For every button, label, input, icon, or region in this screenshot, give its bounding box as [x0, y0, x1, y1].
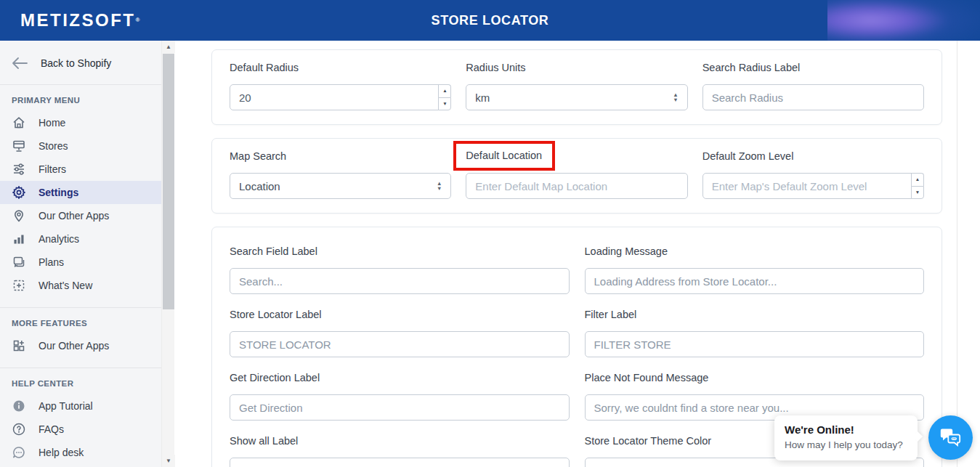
- sidebar: Back to Shopify PRIMARY MENU Home Stores…: [0, 41, 161, 467]
- loading-message-field: Loading Message: [585, 245, 925, 294]
- sidebar-item-label: Settings: [39, 187, 78, 198]
- sidebar-item-label: Help desk: [39, 447, 84, 458]
- scroll-down-arrow-icon[interactable]: ▼: [162, 455, 175, 467]
- place-not-found-label: Place Not Found Message: [585, 372, 709, 383]
- plans-icon: [12, 255, 26, 269]
- sidebar-item-label: Filters: [39, 163, 66, 175]
- default-radius-input[interactable]: [230, 84, 439, 110]
- sidebar-item-label: FAQs: [39, 423, 64, 435]
- decrement-button[interactable]: ▼: [438, 97, 451, 111]
- back-arrow-icon: [12, 57, 28, 69]
- radius-settings-card: Default Radius ▲ ▼ Radius Units km ▲▼ Se…: [211, 49, 942, 125]
- search-field-input[interactable]: [230, 268, 570, 294]
- red-highlight-annotation: Default Location: [453, 141, 555, 171]
- sidebar-item-stores[interactable]: Stores: [0, 134, 161, 158]
- default-radius-field: Default Radius ▲ ▼: [230, 61, 451, 110]
- info-icon: [12, 399, 26, 413]
- store-locator-label-input[interactable]: [230, 331, 570, 357]
- sidebar-item-our-other-apps[interactable]: Our Other Apps: [0, 334, 161, 357]
- search-radius-label-field: Search Radius Label: [702, 61, 924, 110]
- sidebar-item-analytics[interactable]: Analytics: [0, 227, 161, 251]
- whats-new-icon: [12, 278, 26, 293]
- blurred-content: [827, 0, 980, 41]
- sidebar-item-settings[interactable]: Settings: [0, 181, 161, 204]
- chat-status-message: How may I help you today?: [785, 439, 907, 450]
- live-chat-button[interactable]: [928, 415, 973, 460]
- map-search-field: Map Search Location ▲▼: [230, 150, 451, 199]
- content-edge-divider: [957, 41, 957, 467]
- sidebar-item-plans[interactable]: What's New Plans: [0, 251, 161, 274]
- sidebar-item-app-tutorial[interactable]: App Tutorial: [0, 394, 161, 418]
- main-content: Default Radius ▲ ▼ Radius Units km ▲▼ Se…: [174, 41, 980, 467]
- default-location-input[interactable]: [466, 173, 687, 199]
- bar-chart-icon: [12, 232, 26, 246]
- sidebar-item-faqs[interactable]: FAQs: [0, 418, 161, 441]
- sidebar-item-whats-new[interactable]: What's New: [0, 274, 161, 297]
- increment-button[interactable]: ▲: [911, 173, 924, 186]
- help-center-heading: HELP CENTER: [0, 368, 161, 394]
- more-features-heading: MORE FEATURES: [0, 308, 161, 334]
- map-pin-icon: [12, 208, 26, 223]
- loading-message-input[interactable]: [585, 268, 925, 294]
- sidebar-item-map-provider[interactable]: Our Other Apps: [0, 204, 161, 227]
- back-to-shopify-link[interactable]: Back to Shopify: [0, 41, 161, 84]
- helpdesk-chat-icon: [12, 445, 26, 460]
- gear-icon: [12, 185, 26, 200]
- show-all-input[interactable]: [230, 458, 570, 467]
- default-location-label: Default Location: [466, 150, 542, 161]
- radius-units-label: Radius Units: [466, 62, 525, 73]
- radius-units-field: Radius Units km ▲▼: [466, 61, 687, 110]
- show-all-label: Show all Label: [230, 435, 298, 447]
- theme-color-label: Store Locator Theme Color: [585, 435, 712, 447]
- storefront-icon: [12, 139, 26, 153]
- header-account-redacted-button[interactable]: [827, 0, 980, 41]
- radius-units-value: km: [475, 92, 490, 104]
- sidebar-item-label: Our Other Apps: [39, 210, 109, 222]
- sidebar-item-label: What's New: [39, 280, 92, 291]
- search-field-label-field: Search Field Label: [230, 245, 570, 294]
- default-zoom-label: Default Zoom Level: [702, 150, 794, 162]
- default-zoom-input[interactable]: [702, 173, 912, 199]
- search-field-label: Search Field Label: [230, 245, 317, 257]
- back-to-shopify-label: Back to Shopify: [41, 57, 111, 69]
- chat-bubbles-icon: [939, 427, 963, 449]
- map-settings-card: Map Search Location ▲▼ Default Location …: [211, 138, 942, 214]
- select-caret-icon: ▲▼: [437, 182, 442, 191]
- get-direction-input[interactable]: [230, 394, 570, 421]
- loading-message-label: Loading Message: [585, 245, 668, 257]
- show-all-label-field: Show all Label: [230, 434, 570, 467]
- default-radius-label: Default Radius: [230, 62, 299, 73]
- select-caret-icon: ▲▼: [673, 93, 678, 102]
- filter-label-field: Filter Label: [585, 308, 925, 357]
- radius-units-select[interactable]: km ▲▼: [466, 84, 687, 110]
- default-location-field: Default Location: [466, 150, 687, 199]
- sidebar-item-home[interactable]: Home: [0, 111, 161, 134]
- search-radius-label-input[interactable]: [702, 84, 924, 110]
- search-radius-label-label: Search Radius Label: [702, 62, 801, 73]
- sidebar-item-help-desk[interactable]: Help desk: [0, 441, 161, 464]
- get-direction-label: Get Direction Label: [230, 372, 320, 383]
- primary-menu-heading: PRIMARY MENU: [0, 85, 161, 111]
- sidebar-item-label: Our Other Apps: [39, 340, 109, 352]
- chat-status-tooltip: We're Online! How may I help you today?: [774, 415, 918, 460]
- default-zoom-field: Default Zoom Level ▲ ▼: [702, 150, 924, 199]
- map-search-select[interactable]: Location ▲▼: [230, 173, 451, 199]
- get-direction-label-field: Get Direction Label: [230, 371, 570, 421]
- map-search-value: Location: [239, 180, 280, 192]
- chat-status-title: We're Online!: [785, 423, 907, 436]
- scroll-up-arrow-icon[interactable]: ▲: [162, 41, 175, 53]
- map-search-label: Map Search: [230, 150, 286, 162]
- filter-label: Filter Label: [585, 309, 637, 320]
- filter-label-input[interactable]: [585, 331, 925, 357]
- store-locator-label-field: Store Locator Label: [230, 308, 570, 357]
- question-icon: [12, 422, 26, 436]
- app-header: METIZSOFT® STORE LOCATOR: [0, 0, 980, 41]
- sidebar-scrollbar[interactable]: ▲ ▼: [161, 41, 174, 467]
- sidebar-item-filters[interactable]: Filters: [0, 158, 161, 181]
- sidebar-item-label: Home: [39, 117, 65, 129]
- filters-icon: [12, 162, 26, 176]
- sidebar-scrollbar-thumb[interactable]: [163, 54, 174, 309]
- decrement-button[interactable]: ▼: [911, 186, 924, 200]
- increment-button[interactable]: ▲: [438, 84, 451, 97]
- apps-grid-icon: [12, 338, 26, 353]
